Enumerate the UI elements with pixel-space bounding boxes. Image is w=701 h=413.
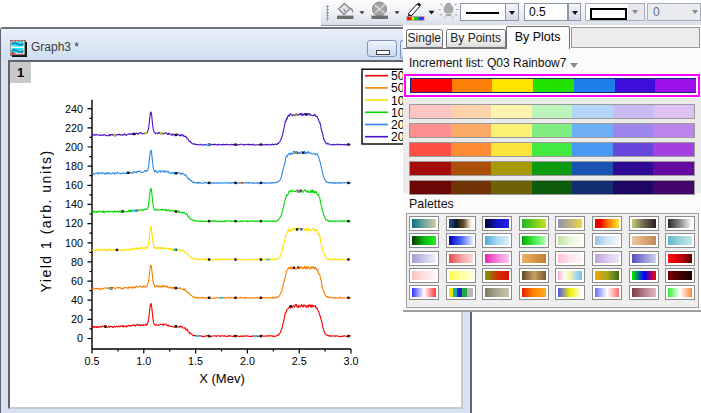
svg-text:Yield 1 (arb. units): Yield 1 (arb. units) — [38, 149, 54, 292]
svg-text:240: 240 — [65, 103, 83, 115]
svg-text:140: 140 — [65, 198, 83, 210]
svg-text:200: 200 — [65, 141, 83, 153]
svg-text:2.0: 2.0 — [240, 355, 255, 367]
svg-text:100: 100 — [65, 237, 83, 249]
svg-text:180: 180 — [65, 160, 83, 172]
svg-text:160: 160 — [65, 179, 83, 191]
svg-text:0: 0 — [77, 332, 83, 344]
svg-text:0.5: 0.5 — [84, 355, 99, 367]
svg-text:1.0: 1.0 — [136, 355, 151, 367]
svg-text:40: 40 — [71, 294, 83, 306]
svg-text:80: 80 — [71, 256, 83, 268]
svg-text:20: 20 — [71, 313, 83, 325]
svg-text:120: 120 — [65, 217, 83, 229]
svg-text:3.0: 3.0 — [343, 355, 358, 367]
svg-text:1.5: 1.5 — [188, 355, 203, 367]
svg-text:220: 220 — [65, 122, 83, 134]
svg-text:2.5: 2.5 — [292, 355, 307, 367]
svg-text:X (Mev): X (Mev) — [199, 371, 245, 386]
svg-text:60: 60 — [71, 275, 83, 287]
